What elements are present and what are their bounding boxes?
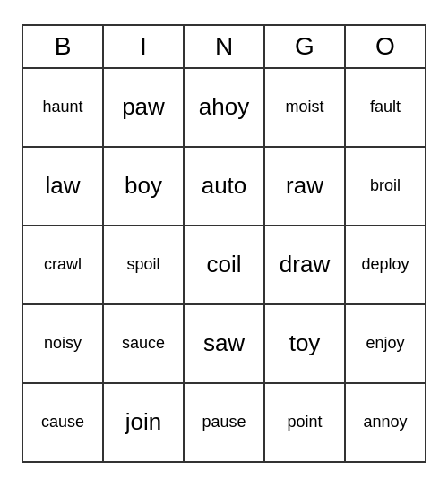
cell-1-4: moist [265, 69, 346, 148]
header-o: O [346, 26, 426, 69]
cell-1-5: fault [346, 69, 426, 148]
cell-5-3: pause [185, 384, 265, 463]
bingo-row-5: cause join pause point annoy [23, 384, 426, 463]
cell-4-3: saw [185, 305, 265, 384]
bingo-row-3: crawl spoil coil draw deploy [23, 226, 426, 305]
cell-4-5: enjoy [346, 305, 426, 384]
cell-1-2: paw [104, 69, 185, 148]
cell-3-1: crawl [23, 226, 104, 305]
cell-2-4: raw [265, 148, 346, 226]
cell-1-1: haunt [23, 69, 104, 148]
cell-2-5: broil [346, 148, 426, 226]
cell-4-1: noisy [23, 305, 104, 384]
cell-2-1: law [23, 148, 104, 226]
cell-1-3: ahoy [185, 69, 265, 148]
cell-3-2: spoil [104, 226, 185, 305]
bingo-row-4: noisy sauce saw toy enjoy [23, 305, 426, 384]
cell-5-1: cause [23, 384, 104, 463]
cell-2-2: boy [104, 148, 185, 226]
cell-2-3: auto [185, 148, 265, 226]
header-b: B [23, 26, 104, 69]
cell-5-2: join [104, 384, 185, 463]
cell-4-2: sauce [104, 305, 185, 384]
bingo-card: B I N G O haunt paw ahoy moist fault [22, 24, 426, 463]
cell-5-4: point [265, 384, 346, 463]
cell-3-5: deploy [346, 226, 426, 305]
header-n: N [185, 26, 265, 69]
cell-5-5: annoy [346, 384, 426, 463]
bingo-row-2: law boy auto raw broil [23, 148, 426, 226]
cell-3-4: draw [265, 226, 346, 305]
cell-3-3: coil [185, 226, 265, 305]
bingo-row-1: haunt paw ahoy moist fault [23, 69, 426, 148]
cell-4-4: toy [265, 305, 346, 384]
header-i: I [104, 26, 185, 69]
bingo-header: B I N G O [23, 26, 426, 69]
header-g: G [265, 26, 346, 69]
